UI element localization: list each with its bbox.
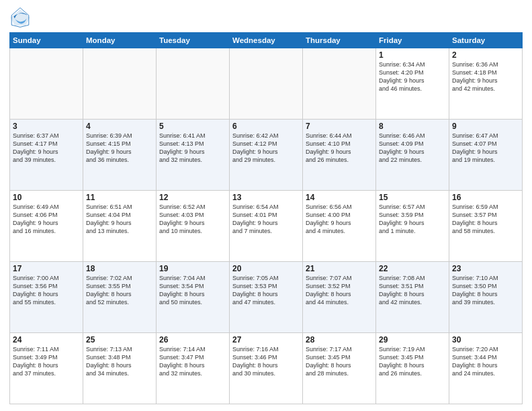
- day-info: Sunrise: 6:59 AM Sunset: 3:57 PM Dayligh…: [452, 203, 519, 236]
- day-info: Sunrise: 6:54 AM Sunset: 4:01 PM Dayligh…: [232, 203, 300, 236]
- calendar-cell: 13Sunrise: 6:54 AM Sunset: 4:01 PM Dayli…: [230, 191, 303, 262]
- calendar-cell: 16Sunrise: 6:59 AM Sunset: 3:57 PM Dayli…: [449, 191, 523, 262]
- day-number: 15: [379, 193, 446, 202]
- calendar-cell: 19Sunrise: 7:04 AM Sunset: 3:54 PM Dayli…: [157, 262, 230, 333]
- calendar-cell: 6Sunrise: 6:42 AM Sunset: 4:12 PM Daylig…: [230, 120, 303, 191]
- calendar-cell: 9Sunrise: 6:47 AM Sunset: 4:07 PM Daylig…: [449, 120, 523, 191]
- day-info: Sunrise: 6:41 AM Sunset: 4:13 PM Dayligh…: [159, 132, 226, 165]
- logo-icon: [9, 7, 31, 28]
- calendar-cell: 11Sunrise: 6:51 AM Sunset: 4:04 PM Dayli…: [83, 191, 157, 262]
- calendar-cell: [10, 48, 83, 120]
- header: [9, 7, 523, 28]
- day-info: Sunrise: 7:17 AM Sunset: 3:45 PM Dayligh…: [306, 345, 373, 378]
- day-info: Sunrise: 7:08 AM Sunset: 3:51 PM Dayligh…: [379, 274, 446, 307]
- day-number: 10: [13, 193, 80, 202]
- day-number: 29: [379, 335, 446, 345]
- calendar-week-row: 24Sunrise: 7:11 AM Sunset: 3:49 PM Dayli…: [10, 333, 523, 404]
- day-info: Sunrise: 6:37 AM Sunset: 4:17 PM Dayligh…: [13, 132, 80, 165]
- weekday-header: Friday: [376, 33, 449, 48]
- day-info: Sunrise: 6:49 AM Sunset: 4:06 PM Dayligh…: [13, 203, 80, 236]
- day-number: 3: [13, 122, 80, 131]
- weekday-header: Tuesday: [157, 33, 230, 48]
- calendar-table: SundayMondayTuesdayWednesdayThursdayFrid…: [9, 32, 523, 404]
- day-number: 26: [159, 335, 226, 345]
- day-info: Sunrise: 7:16 AM Sunset: 3:46 PM Dayligh…: [232, 345, 300, 378]
- calendar-cell: 12Sunrise: 6:52 AM Sunset: 4:03 PM Dayli…: [157, 191, 230, 262]
- day-info: Sunrise: 7:00 AM Sunset: 3:56 PM Dayligh…: [13, 274, 80, 307]
- day-info: Sunrise: 7:14 AM Sunset: 3:47 PM Dayligh…: [159, 345, 226, 378]
- day-info: Sunrise: 6:34 AM Sunset: 4:20 PM Dayligh…: [379, 60, 446, 93]
- day-info: Sunrise: 6:39 AM Sunset: 4:15 PM Dayligh…: [86, 132, 153, 165]
- calendar-cell: 3Sunrise: 6:37 AM Sunset: 4:17 PM Daylig…: [10, 120, 83, 191]
- weekday-header: Sunday: [10, 33, 83, 48]
- calendar-week-row: 1Sunrise: 6:34 AM Sunset: 4:20 PM Daylig…: [10, 48, 523, 120]
- weekday-header: Monday: [83, 33, 157, 48]
- day-info: Sunrise: 6:44 AM Sunset: 4:10 PM Dayligh…: [306, 132, 373, 165]
- day-number: 13: [232, 193, 300, 202]
- day-number: 21: [306, 264, 373, 273]
- calendar-cell: [83, 48, 157, 120]
- day-number: 28: [306, 335, 373, 345]
- weekday-header: Wednesday: [230, 33, 303, 48]
- calendar-cell: 29Sunrise: 7:19 AM Sunset: 3:45 PM Dayli…: [376, 333, 449, 404]
- calendar-cell: 30Sunrise: 7:20 AM Sunset: 3:44 PM Dayli…: [449, 333, 523, 404]
- day-info: Sunrise: 7:20 AM Sunset: 3:44 PM Dayligh…: [452, 345, 519, 378]
- calendar-cell: [303, 48, 376, 120]
- calendar-cell: 8Sunrise: 6:46 AM Sunset: 4:09 PM Daylig…: [376, 120, 449, 191]
- day-info: Sunrise: 6:46 AM Sunset: 4:09 PM Dayligh…: [379, 132, 446, 165]
- day-info: Sunrise: 6:51 AM Sunset: 4:04 PM Dayligh…: [86, 203, 153, 236]
- calendar-cell: 24Sunrise: 7:11 AM Sunset: 3:49 PM Dayli…: [10, 333, 83, 404]
- calendar-cell: 17Sunrise: 7:00 AM Sunset: 3:56 PM Dayli…: [10, 262, 83, 333]
- day-info: Sunrise: 6:42 AM Sunset: 4:12 PM Dayligh…: [232, 132, 300, 165]
- day-number: 7: [306, 122, 373, 131]
- weekday-header: Saturday: [449, 33, 523, 48]
- calendar-cell: 26Sunrise: 7:14 AM Sunset: 3:47 PM Dayli…: [157, 333, 230, 404]
- calendar-cell: 28Sunrise: 7:17 AM Sunset: 3:45 PM Dayli…: [303, 333, 376, 404]
- day-number: 8: [379, 122, 446, 131]
- logo: [9, 7, 34, 28]
- day-info: Sunrise: 7:05 AM Sunset: 3:53 PM Dayligh…: [232, 274, 300, 307]
- day-info: Sunrise: 7:07 AM Sunset: 3:52 PM Dayligh…: [306, 274, 373, 307]
- day-number: 25: [86, 335, 153, 345]
- day-info: Sunrise: 7:04 AM Sunset: 3:54 PM Dayligh…: [159, 274, 226, 307]
- day-number: 12: [159, 193, 226, 202]
- day-number: 16: [452, 193, 519, 202]
- calendar-cell: [157, 48, 230, 120]
- calendar-cell: 14Sunrise: 6:56 AM Sunset: 4:00 PM Dayli…: [303, 191, 376, 262]
- calendar-cell: 1Sunrise: 6:34 AM Sunset: 4:20 PM Daylig…: [376, 48, 449, 120]
- calendar-cell: [230, 48, 303, 120]
- day-info: Sunrise: 6:36 AM Sunset: 4:18 PM Dayligh…: [452, 60, 519, 93]
- calendar-week-row: 3Sunrise: 6:37 AM Sunset: 4:17 PM Daylig…: [10, 120, 523, 191]
- day-number: 14: [306, 193, 373, 202]
- calendar-cell: 20Sunrise: 7:05 AM Sunset: 3:53 PM Dayli…: [230, 262, 303, 333]
- day-number: 4: [86, 122, 153, 131]
- calendar-cell: 18Sunrise: 7:02 AM Sunset: 3:55 PM Dayli…: [83, 262, 157, 333]
- day-number: 6: [232, 122, 300, 131]
- day-info: Sunrise: 7:10 AM Sunset: 3:50 PM Dayligh…: [452, 274, 519, 307]
- day-number: 19: [159, 264, 226, 273]
- day-number: 17: [13, 264, 80, 273]
- day-number: 27: [232, 335, 300, 345]
- day-info: Sunrise: 7:13 AM Sunset: 3:48 PM Dayligh…: [86, 345, 153, 378]
- calendar-cell: 25Sunrise: 7:13 AM Sunset: 3:48 PM Dayli…: [83, 333, 157, 404]
- day-number: 1: [379, 50, 446, 60]
- day-number: 20: [232, 264, 300, 273]
- page: SundayMondayTuesdayWednesdayThursdayFrid…: [0, 0, 532, 411]
- calendar-cell: 5Sunrise: 6:41 AM Sunset: 4:13 PM Daylig…: [157, 120, 230, 191]
- calendar-week-row: 17Sunrise: 7:00 AM Sunset: 3:56 PM Dayli…: [10, 262, 523, 333]
- day-info: Sunrise: 6:52 AM Sunset: 4:03 PM Dayligh…: [159, 203, 226, 236]
- day-info: Sunrise: 6:47 AM Sunset: 4:07 PM Dayligh…: [452, 132, 519, 165]
- day-number: 30: [452, 335, 519, 345]
- day-info: Sunrise: 7:11 AM Sunset: 3:49 PM Dayligh…: [13, 345, 80, 378]
- day-number: 5: [159, 122, 226, 131]
- day-number: 23: [452, 264, 519, 273]
- day-number: 22: [379, 264, 446, 273]
- day-number: 2: [452, 50, 519, 60]
- day-info: Sunrise: 7:02 AM Sunset: 3:55 PM Dayligh…: [86, 274, 153, 307]
- day-info: Sunrise: 7:19 AM Sunset: 3:45 PM Dayligh…: [379, 345, 446, 378]
- weekday-header: Thursday: [303, 33, 376, 48]
- day-number: 9: [452, 122, 519, 131]
- calendar-week-row: 10Sunrise: 6:49 AM Sunset: 4:06 PM Dayli…: [10, 191, 523, 262]
- calendar-cell: 21Sunrise: 7:07 AM Sunset: 3:52 PM Dayli…: [303, 262, 376, 333]
- day-info: Sunrise: 6:56 AM Sunset: 4:00 PM Dayligh…: [306, 203, 373, 236]
